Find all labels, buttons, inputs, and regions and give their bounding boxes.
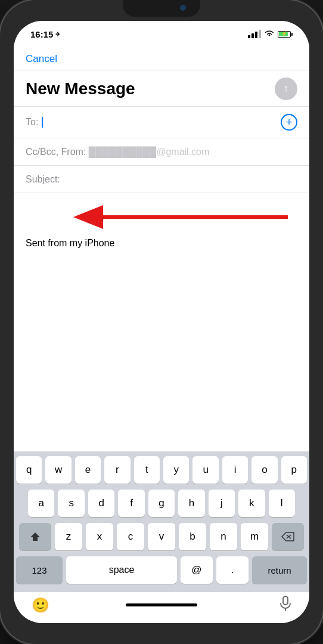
key-h[interactable]: h (178, 490, 204, 517)
key-e[interactable]: e (75, 456, 101, 484)
key-g[interactable]: g (148, 490, 175, 517)
to-field-row: To: + (14, 107, 309, 138)
shift-key[interactable] (19, 523, 51, 550)
key-o[interactable]: o (251, 456, 277, 484)
key-b[interactable]: b (179, 523, 206, 550)
subject-field-row[interactable]: Subject: (14, 166, 309, 193)
key-n[interactable]: n (210, 523, 237, 550)
subject-label: Subject: (26, 174, 60, 185)
key-c[interactable]: c (117, 523, 144, 550)
body-area[interactable]: Sent from my iPhone (14, 193, 309, 451)
keyboard-row-1: q w e r t y u i o p (16, 456, 307, 484)
title-row: New Message ↑ (14, 70, 309, 107)
key-u[interactable]: u (192, 456, 218, 484)
body-text: Sent from my iPhone (26, 236, 297, 250)
svg-marker-1 (73, 205, 103, 229)
key-z[interactable]: z (55, 523, 82, 550)
backspace-key[interactable] (272, 523, 304, 550)
home-indicator (126, 603, 197, 606)
key-i[interactable]: i (222, 456, 248, 484)
notch (123, 0, 200, 17)
phone-frame: 16:15 ✈ ⚡ (0, 0, 323, 644)
key-p[interactable]: p (281, 456, 307, 484)
key-l[interactable]: l (269, 490, 295, 517)
numbers-key[interactable]: 123 (16, 556, 63, 584)
emoji-icon[interactable]: 🙂 (32, 597, 49, 614)
key-k[interactable]: k (238, 490, 265, 517)
key-d[interactable]: d (88, 490, 114, 517)
time-display: 16:15 (30, 29, 53, 39)
key-s[interactable]: s (58, 490, 84, 517)
period-key[interactable]: . (216, 556, 249, 584)
mic-icon[interactable] (279, 596, 291, 615)
red-arrow-annotation (26, 199, 297, 235)
at-key[interactable]: @ (181, 556, 213, 584)
bottom-bar: 🙂 (14, 592, 309, 623)
space-key[interactable]: space (66, 556, 177, 584)
key-w[interactable]: w (45, 456, 71, 484)
svg-rect-4 (283, 596, 288, 605)
key-q[interactable]: q (16, 456, 42, 484)
return-key[interactable]: return (252, 556, 307, 584)
phone-screen: 16:15 ✈ ⚡ (14, 21, 309, 623)
key-r[interactable]: r (104, 456, 130, 484)
cursor (42, 117, 43, 128)
key-y[interactable]: y (163, 456, 189, 484)
send-button[interactable]: ↑ (275, 78, 297, 100)
to-label: To: (26, 117, 38, 128)
status-bar: 16:15 ✈ ⚡ (14, 21, 309, 47)
keyboard: q w e r t y u i o p a s d f g h j k (14, 451, 309, 592)
compose-header-bar: Cancel (14, 47, 309, 70)
wifi-icon (265, 29, 274, 39)
send-arrow-icon: ↑ (284, 83, 289, 94)
keyboard-row-2: a s d f g h j k l (16, 490, 307, 517)
cc-bcc-label: Cc/Bcc, From: (26, 147, 86, 157)
plus-icon: + (286, 116, 293, 129)
from-email: ██████████@gmail.com (86, 147, 209, 157)
status-time: 16:15 ✈ (30, 29, 60, 39)
keyboard-row-3: z x c v b n m (16, 523, 307, 550)
keyboard-row-4: 123 space @ . return (16, 556, 307, 584)
compose-title: New Message (26, 79, 135, 98)
key-v[interactable]: v (148, 523, 175, 550)
cancel-button[interactable]: Cancel (26, 53, 57, 65)
key-m[interactable]: m (241, 523, 268, 550)
location-icon: ✈ (55, 31, 60, 38)
key-t[interactable]: t (134, 456, 160, 484)
key-a[interactable]: a (28, 490, 54, 517)
key-f[interactable]: f (118, 490, 144, 517)
key-j[interactable]: j (209, 490, 235, 517)
battery-icon: ⚡ (278, 31, 293, 38)
key-x[interactable]: x (86, 523, 113, 550)
signal-icon (248, 30, 261, 38)
cc-bcc-field-row: Cc/Bcc, From: ██████████@gmail.com (14, 138, 309, 166)
compose-area: Cancel New Message ↑ To: + Cc/Bcc, F (14, 47, 309, 451)
add-contact-button[interactable]: + (281, 114, 297, 131)
status-icons: ⚡ (248, 29, 293, 39)
camera-dot (180, 5, 186, 11)
